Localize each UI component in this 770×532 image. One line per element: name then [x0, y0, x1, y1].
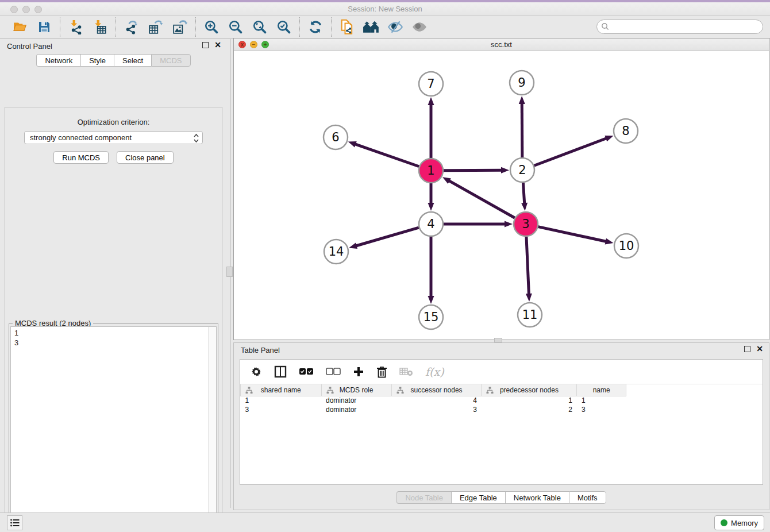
- edge-3-10[interactable]: [538, 227, 607, 242]
- table-cell[interactable]: 3: [577, 405, 626, 414]
- table-cell[interactable]: dominator: [321, 396, 391, 405]
- vertical-splitter-knob[interactable]: [226, 267, 233, 277]
- edge-arrowhead: [505, 221, 513, 228]
- houses-icon[interactable]: [363, 18, 380, 36]
- app-titlebar: Session: New Session: [0, 2, 770, 16]
- edge-arrowhead: [501, 167, 509, 174]
- column-header-name[interactable]: name: [577, 384, 626, 396]
- table-panel-tabs: Node TableEdge TableNetwork TableMotifs: [234, 491, 769, 504]
- task-history-button[interactable]: [7, 515, 22, 530]
- network-canvas[interactable]: 7968124314101511: [234, 51, 769, 340]
- delete-column-icon[interactable]: [376, 366, 387, 378]
- table-cell[interactable]: dominator: [321, 405, 391, 414]
- column-header-shared-name[interactable]: shared name: [241, 384, 322, 396]
- graph-node-label: 15: [424, 310, 439, 324]
- gear-icon[interactable]: [251, 366, 262, 377]
- edge-1-2[interactable]: [444, 170, 503, 171]
- mcds-result-list[interactable]: 13: [10, 326, 217, 532]
- export-table-icon[interactable]: [147, 18, 164, 36]
- zoom-out-icon[interactable]: [227, 18, 244, 36]
- open-session-icon[interactable]: [11, 18, 29, 36]
- edge-2-9[interactable]: [522, 102, 522, 157]
- close-panel-icon[interactable]: ✕: [214, 42, 221, 48]
- import-table-icon[interactable]: [91, 18, 109, 36]
- float-table-panel-icon[interactable]: [744, 346, 750, 352]
- graph-node-label: 9: [518, 76, 525, 90]
- deselect-all-icon[interactable]: [326, 368, 341, 376]
- network-graph[interactable]: 7968124314101511: [234, 51, 769, 340]
- tab-motifs[interactable]: Motifs: [569, 491, 606, 504]
- import-network-icon[interactable]: [67, 18, 84, 36]
- zoom-in-icon[interactable]: [203, 18, 220, 36]
- tab-network[interactable]: Network: [36, 54, 80, 67]
- table-row[interactable]: 3dominator323: [241, 405, 626, 414]
- window-title: Session: New Session: [0, 5, 770, 13]
- table-cell[interactable]: 3: [241, 405, 322, 414]
- mcds-result-item[interactable]: 1: [14, 328, 216, 338]
- table-row[interactable]: 1dominator411: [241, 396, 626, 405]
- select-all-icon[interactable]: [299, 368, 314, 376]
- add-column-icon[interactable]: [353, 366, 364, 377]
- graph-node-label: 1: [427, 164, 434, 178]
- control-panel-title: Control Panel: [7, 42, 52, 51]
- tab-select[interactable]: Select: [114, 54, 151, 67]
- edge-2-3[interactable]: [523, 183, 524, 205]
- main-toolbar: [0, 16, 770, 39]
- edge-4-14[interactable]: [355, 228, 419, 246]
- function-builder-icon[interactable]: f(x): [425, 365, 444, 378]
- criterion-dropdown[interactable]: strongly connected component: [24, 131, 203, 144]
- network-maximize-button[interactable]: +: [261, 41, 269, 48]
- table-cell[interactable]: 3: [391, 405, 482, 414]
- close-panel-button[interactable]: Close panel: [117, 151, 174, 164]
- tab-network-table[interactable]: Network Table: [505, 491, 569, 504]
- status-bar: Memory: [0, 512, 770, 532]
- graph-node-label: 4: [427, 217, 434, 231]
- export-image-icon[interactable]: [171, 18, 188, 36]
- edge-3-11[interactable]: [526, 237, 529, 295]
- search-icon: [601, 22, 610, 33]
- table-cell[interactable]: 2: [482, 405, 577, 414]
- tab-mcds[interactable]: MCDS: [151, 54, 190, 67]
- table-cell[interactable]: 1: [482, 396, 577, 405]
- horizontal-splitter-knob[interactable]: [494, 338, 502, 342]
- split-view-icon[interactable]: [274, 365, 287, 378]
- network-minimize-button[interactable]: −: [250, 41, 257, 48]
- search-input[interactable]: [596, 20, 763, 34]
- edge-2-8[interactable]: [534, 138, 608, 165]
- network-view-window: x − + scc.txt 7968124314101511: [233, 38, 769, 340]
- float-panel-icon[interactable]: [202, 42, 209, 48]
- export-network-icon[interactable]: [123, 18, 140, 36]
- mcds-result-groupbox: MCDS result (2 nodes) 13: [9, 323, 218, 532]
- column-header-predecessor-nodes[interactable]: predecessor nodes: [482, 384, 577, 396]
- tab-style[interactable]: Style: [80, 54, 114, 67]
- column-header-successor-nodes[interactable]: successor nodes: [391, 384, 482, 396]
- optimization-criterion-label: Optimization criterion:: [5, 118, 222, 126]
- graph-node-label: 2: [518, 163, 526, 177]
- run-mcds-button[interactable]: Run MCDS: [53, 151, 109, 164]
- table-panel: Table Panel ✕: [233, 342, 769, 510]
- zoom-fit-icon[interactable]: [251, 18, 268, 36]
- tab-node-table[interactable]: Node Table: [396, 491, 451, 504]
- edge-3-1[interactable]: [448, 180, 515, 218]
- network-window-titlebar[interactable]: x − + scc.txt: [234, 38, 769, 51]
- memory-button[interactable]: Memory: [714, 515, 764, 530]
- save-session-icon[interactable]: [36, 18, 53, 36]
- result-scrollbar[interactable]: [208, 327, 216, 532]
- refresh-layout-icon[interactable]: [307, 18, 324, 36]
- edge-arrowhead: [519, 96, 525, 104]
- network-close-button[interactable]: x: [238, 41, 246, 48]
- zoom-selected-icon[interactable]: [275, 18, 292, 36]
- tab-edge-table[interactable]: Edge Table: [451, 491, 505, 504]
- eye-icon[interactable]: [411, 18, 428, 36]
- table-cell[interactable]: 1: [241, 396, 322, 405]
- column-header-MCDS-role[interactable]: MCDS role: [321, 384, 391, 396]
- table-cell[interactable]: 1: [577, 396, 626, 405]
- copy-network-icon[interactable]: [338, 18, 356, 36]
- node-table-container: f(x) shared nameMCDS rolesuccessor nodes…: [240, 359, 763, 485]
- eye-slash-icon[interactable]: [387, 18, 404, 36]
- mcds-result-item[interactable]: 3: [14, 338, 216, 348]
- table-cell[interactable]: 4: [391, 396, 482, 405]
- edge-1-6[interactable]: [354, 144, 419, 167]
- delete-table-icon[interactable]: [399, 367, 413, 376]
- close-table-panel-icon[interactable]: ✕: [756, 346, 763, 352]
